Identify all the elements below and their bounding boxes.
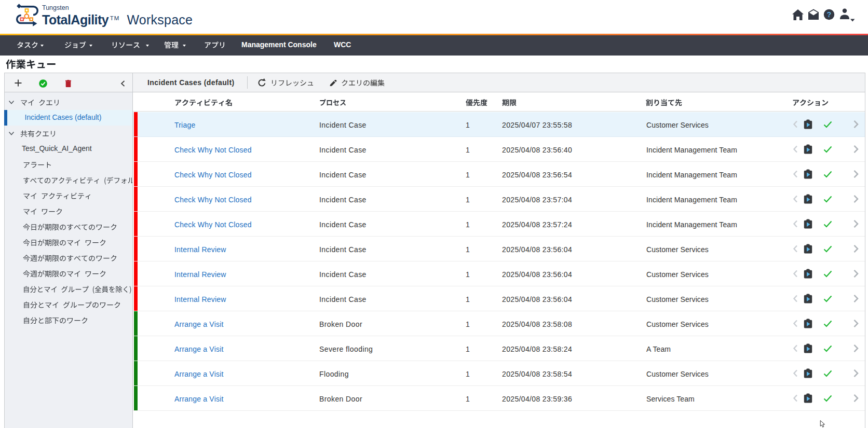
svg-text:?: ? [827, 10, 832, 19]
